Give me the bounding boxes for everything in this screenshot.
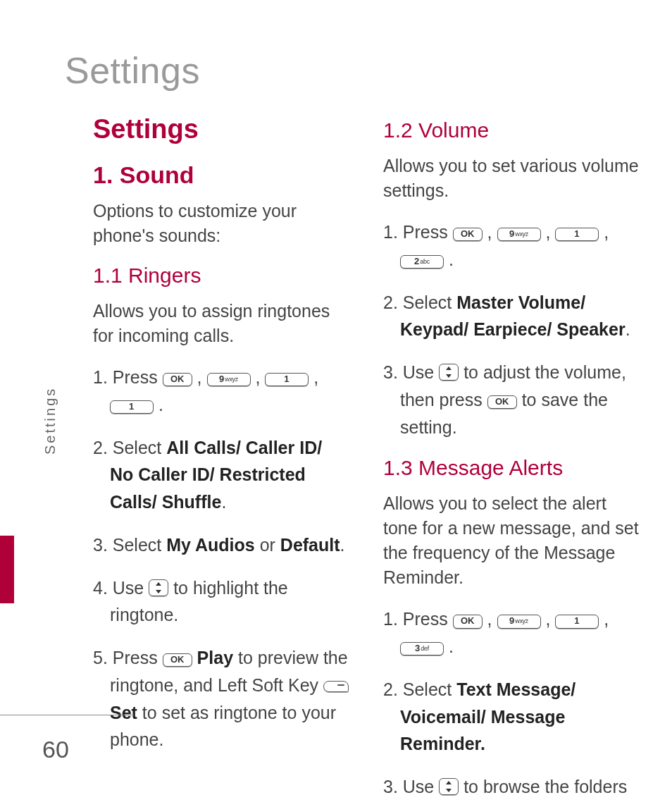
ringers-step-5: 5. Press OK Play to preview the ringtone… [93, 644, 349, 753]
ringers-step-4: 4. Use to highlight the ringtone. [93, 574, 349, 629]
volume-step-3: 3. Use to adjust the volume, then press … [383, 359, 640, 441]
separator: , [483, 222, 497, 242]
option-my-audios: My Audios [166, 535, 254, 555]
ringers-step-1: 1. Press OK , 9wxyz , 1 , 1 . [93, 364, 349, 419]
key-9-icon: 9wxyz [497, 615, 541, 628]
nav-up-down-icon [439, 364, 459, 381]
step-text: 4. Use [93, 578, 149, 598]
page-title: Settings [65, 49, 640, 92]
volume-step-1: 1. Press OK , 9wxyz , 1 , 2abc . [383, 218, 640, 273]
step-text: 2. Select [383, 292, 456, 312]
ok-key-icon: OK [487, 395, 517, 409]
ok-key-icon: OK [453, 615, 483, 628]
ok-key-icon: OK [453, 228, 483, 241]
nav-up-down-icon [439, 778, 459, 795]
content-columns: Settings 1. Sound Options to customize y… [65, 114, 640, 807]
key-9-icon: 9wxyz [497, 228, 541, 241]
separator: , [192, 367, 207, 387]
heading-message-alerts: 1.3 Message Alerts [383, 456, 640, 480]
key-9-icon: 9wxyz [207, 373, 251, 386]
step-text: 2. Select [93, 438, 166, 457]
step-text: 1. Press [93, 367, 163, 387]
alerts-step-2: 2. Select Text Message/ Voicemail/ Messa… [383, 676, 640, 758]
separator: , [309, 367, 318, 387]
heading-ringers: 1.1 Ringers [93, 264, 349, 288]
step-text: 1. Press [383, 222, 453, 242]
manual-page: Settings Settings 1. Sound Options to cu… [0, 0, 672, 807]
separator: , [483, 609, 497, 629]
period: . [444, 250, 454, 269]
section-heading-settings: Settings [93, 114, 349, 144]
key-2-icon: 2abc [400, 255, 444, 269]
separator: , [251, 367, 266, 387]
period: . [154, 395, 163, 414]
ringers-step-2: 2. Select All Calls/ Caller ID/ No Calle… [93, 434, 349, 516]
ok-key-icon: OK [163, 373, 192, 386]
step-text: 3. Use [383, 362, 439, 382]
step-text: to set as ringtone to your phone. [110, 703, 336, 750]
heading-volume: 1.2 Volume [383, 118, 640, 142]
step-text: or [255, 535, 280, 555]
ok-key-icon: OK [163, 653, 192, 667]
ringers-step-3: 3. Select My Audios or Default. [93, 531, 349, 559]
label-play: Play [197, 648, 233, 667]
volume-step-2: 2. Select Master Volume/ Keypad/ Earpiec… [383, 289, 640, 344]
sound-intro: Options to customize your phone's sounds… [93, 199, 349, 248]
ringers-desc: Allows you to assign ringtones for incom… [93, 299, 349, 348]
step-text: 5. Press [93, 648, 163, 667]
label-set: Set [110, 703, 137, 722]
left-soft-key-icon [323, 681, 349, 692]
key-1-icon: 1 [555, 228, 599, 241]
option-default: Default [280, 535, 340, 555]
nav-up-down-icon [149, 579, 168, 596]
separator: , [541, 222, 556, 242]
step-text: 2. Select [383, 679, 456, 699]
right-column: 1.2 Volume Allows you to set various vol… [383, 114, 640, 807]
key-1-icon: 1 [110, 400, 154, 414]
separator: , [599, 222, 609, 242]
key-1-icon: 1 [555, 615, 599, 628]
alerts-step-1: 1. Press OK , 9wxyz , 1 , 3def . [383, 605, 640, 660]
step-text: 3. Use [383, 777, 439, 796]
page-number: 60 [42, 736, 69, 763]
footer-divider [0, 715, 134, 715]
step-text: 1. Press [383, 609, 453, 629]
side-section-label: Settings [42, 387, 58, 455]
separator: , [599, 609, 609, 629]
period: . [444, 636, 454, 656]
left-column: Settings 1. Sound Options to customize y… [93, 114, 349, 807]
volume-desc: Allows you to set various volume setting… [383, 154, 640, 203]
separator: , [541, 609, 556, 629]
side-accent-block [0, 536, 14, 603]
heading-sound: 1. Sound [93, 161, 349, 189]
step-text: 3. Select [93, 535, 166, 555]
alerts-desc: Allows you to select the alert tone for … [383, 491, 640, 590]
key-3-icon: 3def [400, 642, 444, 655]
key-1-icon: 1 [265, 373, 309, 386]
alerts-step-3: 3. Use to browse the folders and highlig… [383, 773, 640, 807]
